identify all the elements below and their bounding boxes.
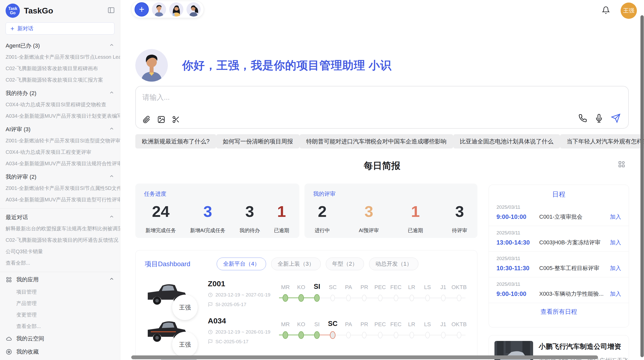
join-link[interactable]: 加入	[610, 239, 621, 246]
sidebar-task-item[interactable]: A034-全新新能源MUV产品开发项目造型可行性评审	[0, 194, 120, 205]
milestone-dot[interactable]	[378, 295, 383, 301]
milestone-label-cell: PA	[341, 284, 356, 291]
milestone-dot[interactable]	[378, 332, 383, 338]
suggestion-chip[interactable]: 如何写一份清晰的项目周报	[216, 134, 300, 148]
assistant-avatar-3[interactable]	[186, 2, 201, 17]
section-recent-chats[interactable]: 最近对话	[0, 210, 120, 223]
section-agent-done[interactable]: Agent已办 (3)	[0, 38, 120, 51]
dashboard-tab[interactable]: 年型（2）	[326, 258, 364, 270]
sidebar-task-item[interactable]: A034-全新新能源MUV产品开发项目法规符合性评审	[0, 158, 120, 169]
view-all-schedule-link[interactable]: 查看所有日程	[489, 303, 629, 320]
milestone-dot[interactable]	[457, 295, 461, 301]
milestone-dot[interactable]	[314, 331, 320, 339]
milestone-dot[interactable]	[362, 332, 367, 338]
milestone-dot[interactable]	[298, 294, 304, 302]
add-assistant-button[interactable]: +	[135, 2, 149, 17]
section-ai-review[interactable]: AI评审 (3)	[0, 122, 120, 135]
milestone-dot[interactable]	[330, 295, 335, 301]
milestone-dot[interactable]	[425, 332, 430, 338]
chevron-up-icon[interactable]	[109, 173, 114, 181]
layout-grid-icon[interactable]	[618, 160, 626, 169]
collapse-sidebar-icon[interactable]	[107, 6, 115, 15]
chevron-up-icon[interactable]	[109, 214, 114, 221]
milestone-dot[interactable]	[457, 332, 461, 338]
sidebar-task-item[interactable]: A034-全新新能源MUV产品开发项目计划变更表编写	[0, 110, 120, 122]
recent-chat-item[interactable]: 解释最新出台的欧盟报废车法规再生塑料比例被调至15%...	[0, 223, 120, 234]
sidebar-task-item[interactable]: C0X4-动力总成开发项目工程变更评审	[0, 146, 120, 158]
milestone-dot[interactable]	[441, 332, 446, 338]
suggestion-chip[interactable]: 欧洲新规最近颁布了什么?	[135, 134, 216, 148]
assistant-avatar-2[interactable]	[169, 2, 183, 17]
sidebar-item-cloud-space[interactable]: 我的云空间	[0, 332, 120, 345]
recent-chat-item[interactable]: C02-飞腾新能源轻客改款项目的闭环通告反馈情况	[0, 234, 120, 246]
sidebar-task-item[interactable]: C02-飞腾新能源轻客改款项目里程碑画布	[0, 63, 120, 74]
sidebar-task-item[interactable]: Z001-全新燃油轻卡产品开发项目SI节点属性5D文件评审	[0, 183, 120, 194]
milestone-dot[interactable]	[283, 331, 288, 339]
sidebar-task-item[interactable]: C02-飞腾新能源轻客改款项目立项汇报方案	[0, 74, 120, 86]
milestone-dot[interactable]	[298, 331, 304, 339]
notification-bell-icon[interactable]	[602, 6, 610, 15]
project-image: 王强	[146, 279, 188, 308]
milestone-dot[interactable]	[394, 295, 398, 301]
milestone-dot[interactable]	[409, 332, 414, 338]
suggestion-chip[interactable]: 比亚迪全固态电池计划具体说了什么	[453, 134, 560, 148]
logo-text-bottom: Go	[10, 11, 16, 15]
chevron-up-icon[interactable]	[109, 126, 114, 133]
dashboard-tab[interactable]: 全新平台（4）	[217, 258, 266, 270]
milestone-label-cell: OKTB	[451, 284, 467, 291]
chevron-up-icon[interactable]	[109, 42, 114, 49]
dashboard-tab[interactable]: 动总开发（1）	[369, 258, 418, 270]
vertical-scrollbar[interactable]	[640, 15, 644, 357]
milestone-dot[interactable]	[425, 295, 430, 301]
join-link[interactable]: 加入	[610, 213, 621, 221]
phone-icon[interactable]	[578, 114, 587, 123]
sidebar-item-favorites[interactable]: 我的收藏	[0, 345, 120, 358]
microphone-icon[interactable]	[595, 114, 603, 123]
app-sub-item[interactable]: 产品管理	[0, 298, 120, 309]
app-sub-item[interactable]: 变更管理	[0, 309, 120, 321]
schedule-card: 日程 2025/03/11 9:00-10:00 C001-立项审批会 加入 2…	[489, 185, 629, 327]
image-icon[interactable]	[157, 115, 165, 124]
chevron-up-icon[interactable]	[109, 276, 114, 283]
sidebar-task-item[interactable]: Z001-全新燃油轻卡产品开发项目SI造型提交物评审	[0, 135, 120, 146]
milestone-dot[interactable]	[409, 295, 414, 301]
milestone-dot[interactable]	[330, 331, 335, 339]
milestone-label: OKTB	[451, 284, 467, 291]
send-icon[interactable]	[611, 113, 621, 123]
project-row-z001[interactable]: 王强 Z001 2023-12-19 ~ 2027-01-19 SI-2025-…	[136, 273, 477, 310]
paperclip-icon[interactable]	[142, 115, 151, 124]
horizontal-scrollbar[interactable]	[131, 355, 598, 359]
milestone-dot[interactable]	[346, 295, 351, 301]
app-sub-item[interactable]: 查看全部...	[0, 321, 120, 332]
milestone-label-cell: FEC	[388, 321, 404, 328]
milestone-dot[interactable]	[441, 295, 446, 301]
clock-icon	[208, 329, 213, 335]
join-link[interactable]: 加入	[610, 290, 621, 298]
milestone-dot[interactable]	[314, 294, 320, 302]
section-my-todo[interactable]: 我的待办 (2)	[0, 86, 120, 99]
chevron-up-icon[interactable]	[109, 90, 114, 97]
chat-input[interactable]	[142, 93, 448, 108]
milestone-dot[interactable]	[394, 332, 398, 338]
recent-chat-item[interactable]: 查看全部...	[0, 257, 120, 269]
new-chat-button[interactable]: + 新对话	[6, 22, 114, 35]
milestone-dot[interactable]	[346, 332, 351, 338]
section-my-review[interactable]: 我的评审 (2)	[0, 169, 120, 183]
dashboard-tab[interactable]: 全新上装（3）	[271, 258, 320, 270]
milestone-dot[interactable]	[283, 294, 288, 302]
suggestion-chip[interactable]: 当下年轻人对汽车外观有怎样的喜好趋势	[560, 134, 644, 148]
schedule-title: 日程	[489, 185, 629, 200]
milestone-dot[interactable]	[362, 295, 367, 301]
section-ai-review-list: Z001-全新燃油轻卡产品开发项目SI造型提交物评审C0X4-动力总成开发项目工…	[0, 135, 120, 169]
scissors-icon[interactable]	[172, 115, 180, 124]
suggestion-chip[interactable]: 特朗普可能对进口汽车增税会对中国车企造成哪些影响	[300, 134, 453, 148]
schedule-event-title: C005-整车工程目标评审	[539, 264, 610, 272]
sidebar-task-item[interactable]: C0X4-动力总成开发项目SI里程碑提交物检查	[0, 99, 120, 110]
assistant-avatar-1[interactable]	[152, 2, 166, 17]
app-sub-item[interactable]: 项目管理	[0, 286, 120, 298]
recent-chat-item[interactable]: 公司Q3轻卡销量	[0, 246, 120, 257]
sidebar-task-item[interactable]: Z001-全新燃油皮卡产品开发项目SI节点Lesson Learn报告	[0, 51, 120, 63]
join-link[interactable]: 加入	[610, 264, 621, 272]
sidebar-item-my-apps[interactable]: 我的应用	[0, 273, 120, 286]
user-avatar[interactable]: 王强	[621, 3, 637, 19]
